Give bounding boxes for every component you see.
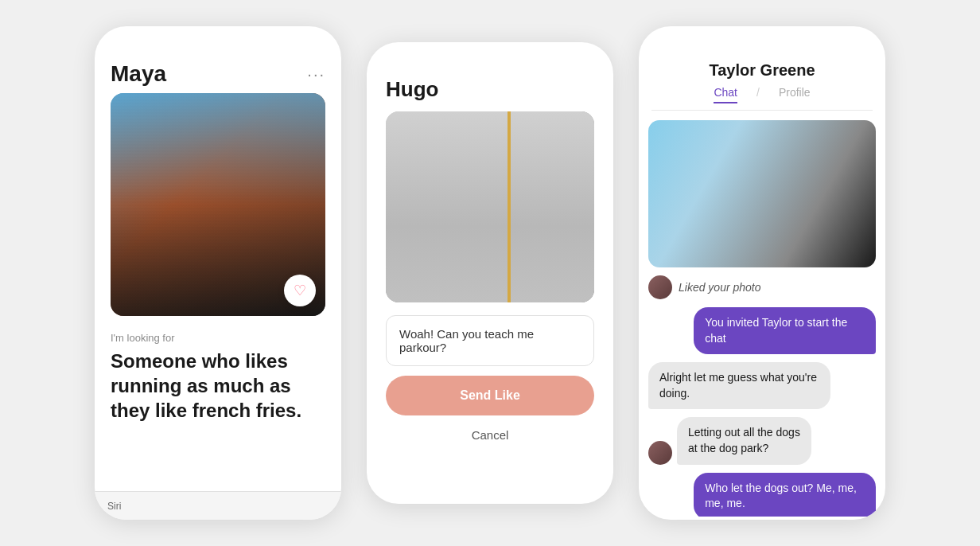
avatar-small bbox=[648, 275, 672, 299]
phone-maya: Maya ··· ♡ I'm looking for Someone who l… bbox=[95, 26, 341, 520]
sent-msg-3-row: Who let the dogs out? Me, me, me, me. Se… bbox=[648, 473, 876, 517]
invite-message-row: You invited Taylor to start the chat bbox=[648, 307, 876, 354]
sent-bubble-3: Who let the dogs out? Me, me, me, me. bbox=[694, 473, 876, 517]
received-bubble-1: Alright let me guess what you're doing. bbox=[648, 362, 830, 409]
screen-container: Maya ··· ♡ I'm looking for Someone who l… bbox=[0, 0, 980, 546]
looking-for-label: I'm looking for bbox=[111, 332, 325, 344]
tab-profile[interactable]: Profile bbox=[779, 86, 811, 103]
received-bubble-2-line1: Letting out all the dogs bbox=[688, 426, 800, 439]
phone-taylor: Taylor Greene Chat / Profile Liked your … bbox=[639, 26, 885, 520]
chat-photo-banner bbox=[648, 120, 876, 267]
like-heart-button[interactable]: ♡ bbox=[284, 275, 316, 306]
profile-bio: I'm looking for Someone who likes runnin… bbox=[95, 316, 341, 423]
liked-text: Liked your photo bbox=[679, 281, 761, 294]
cancel-button[interactable]: Cancel bbox=[367, 415, 613, 454]
hugo-name: Hugo bbox=[386, 77, 438, 101]
received-bubble-2: Letting out all the dogs at the dog park… bbox=[677, 417, 811, 464]
tab-chat[interactable]: Chat bbox=[714, 86, 737, 103]
taylor-photo-bg bbox=[648, 120, 876, 267]
heart-icon: ♡ bbox=[294, 282, 306, 299]
received-bubble-2-line2: at the dog park? bbox=[688, 442, 768, 454]
send-like-button[interactable]: Send Like bbox=[386, 376, 594, 415]
contact-name: Taylor Greene bbox=[651, 61, 873, 80]
hugo-photo bbox=[386, 111, 594, 302]
tab-divider: / bbox=[756, 86, 760, 103]
invite-bubble: You invited Taylor to start the chat bbox=[694, 307, 876, 354]
received-msg-1-row: Alright let me guess what you're doing. bbox=[648, 362, 876, 409]
profile-name: Maya bbox=[111, 61, 166, 87]
chat-tabs: Chat / Profile bbox=[651, 86, 873, 111]
liked-row: Liked your photo bbox=[648, 275, 876, 299]
siri-label: Siri bbox=[107, 501, 121, 512]
profile-photo: ♡ bbox=[111, 93, 325, 316]
phone-hugo: Hugo Woah! Can you teach me parkour? Sen… bbox=[367, 42, 613, 504]
hugo-photo-bg bbox=[386, 111, 594, 302]
chat-body: Liked your photo You invited Taylor to s… bbox=[639, 111, 885, 517]
chat-header: Taylor Greene Chat / Profile bbox=[639, 26, 885, 111]
profile-header: Maya ··· bbox=[95, 26, 341, 93]
send-like-message[interactable]: Woah! Can you teach me parkour? bbox=[386, 315, 594, 366]
avatar-small-2 bbox=[648, 441, 672, 465]
more-options-icon[interactable]: ··· bbox=[307, 65, 325, 84]
hugo-header: Hugo bbox=[367, 42, 613, 111]
siri-bar: Siri bbox=[95, 491, 341, 520]
received-msg-2-row: Letting out all the dogs at the dog park… bbox=[648, 417, 876, 464]
bio-text: Someone who likes running as much as the… bbox=[111, 349, 325, 423]
